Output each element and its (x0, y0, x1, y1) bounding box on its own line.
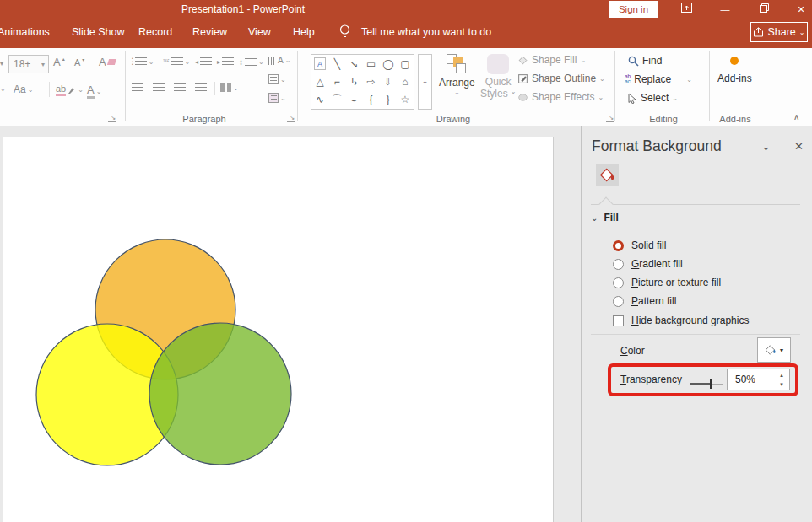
ribbon-tab-row: Animations Slide Show Record Review View… (0, 19, 812, 48)
shape-fill-button[interactable]: Shape Fill⌄ (517, 54, 586, 66)
hide-background-graphics-option[interactable]: Hide background graphics (613, 315, 749, 326)
gradient-fill-option[interactable]: Gradient fill (613, 258, 683, 270)
align-left-button[interactable] (132, 83, 143, 92)
shapes-more-button[interactable]: ⌄ (418, 54, 432, 110)
picture-or-texture-fill-option[interactable]: Picture or texture fill (613, 277, 721, 288)
shape-oval-icon[interactable]: ◯ (380, 55, 397, 73)
font-dialog-launcher[interactable]: ↘ (108, 114, 116, 122)
transparency-spin-down[interactable]: ▾ (780, 379, 783, 389)
radio[interactable] (613, 259, 624, 270)
decrease-indent-button[interactable]: ◂ (195, 57, 212, 66)
replace-button[interactable]: abac Replace ⌄ (625, 73, 692, 85)
arrange-button[interactable]: Arrange ⌄ (439, 54, 475, 96)
minimize-button[interactable]: — (717, 3, 733, 16)
shape-elbow-arrow-connector-icon[interactable]: ↳ (345, 73, 362, 90)
shape-text-box-icon[interactable]: A (314, 57, 326, 70)
shape-triangle-icon[interactable]: △ (311, 73, 328, 90)
shape-freeform-icon[interactable]: ⌂ (397, 73, 414, 90)
font-size-dropdown-arrow[interactable]: ▾ (41, 61, 48, 68)
tab-slide-show[interactable]: Slide Show (72, 26, 125, 38)
bullets-button[interactable]: ⌄ (132, 57, 154, 67)
tab-record[interactable]: Record (138, 26, 172, 38)
transparency-spin-up[interactable]: ▴ (780, 370, 783, 379)
shape-scribble-icon[interactable]: ∿ (311, 91, 328, 109)
sign-in-button[interactable]: Sign in (609, 1, 658, 18)
pane-close-button[interactable]: ✕ (794, 140, 804, 153)
transparency-slider[interactable] (690, 379, 723, 389)
fill-collapse-chevron[interactable]: ⌄ (591, 213, 598, 223)
radio[interactable] (613, 296, 624, 307)
green-circle-shape[interactable] (149, 323, 291, 465)
align-center-button[interactable] (153, 83, 165, 92)
share-icon (753, 27, 764, 37)
font-color-button[interactable]: A⌄ (87, 83, 101, 99)
close-button[interactable]: ✕ (793, 3, 809, 16)
find-button[interactable]: Find (628, 55, 662, 67)
shape-curve-icon[interactable]: ⌣ (345, 91, 362, 109)
paragraph-dialog-launcher[interactable]: ↘ (287, 114, 295, 122)
tab-review[interactable]: Review (192, 26, 227, 38)
text-direction-button[interactable]: A⌄ (268, 56, 290, 65)
increase-font-size-button[interactable]: A▴ (53, 56, 65, 68)
shape-rectangle-icon[interactable]: ▭ (362, 55, 379, 73)
shape-rounded-rectangle-icon[interactable]: ▢ (397, 55, 414, 73)
slide-canvas[interactable] (3, 137, 554, 522)
shape-arc-icon[interactable]: ⌒ (328, 91, 345, 109)
transparency-slider-thumb[interactable] (710, 379, 712, 389)
cut-control-dropdown[interactable]: ⌄ (0, 85, 6, 93)
decrease-font-size-button[interactable]: A▾ (74, 57, 84, 67)
restore-button[interactable] (756, 3, 771, 16)
align-right-button[interactable] (174, 83, 186, 92)
slider-track[interactable] (712, 384, 723, 385)
shape-star-icon[interactable]: ☆ (397, 91, 414, 109)
shape-arrow-icon[interactable]: ↘ (345, 55, 362, 73)
columns-button[interactable]: ⌄ (220, 83, 239, 92)
shape-left-brace-icon[interactable]: { (362, 91, 379, 109)
radio[interactable] (613, 277, 624, 288)
paint-bucket-icon (599, 167, 615, 183)
font-name-dropdown[interactable]: ▾ (0, 60, 3, 67)
tab-help[interactable]: Help (293, 26, 315, 38)
ribbon-display-options-icon[interactable] (679, 3, 694, 16)
transparency-input[interactable]: 50% ▴ ▾ (727, 369, 790, 390)
shape-down-arrow-icon[interactable]: ⇩ (380, 73, 397, 90)
convert-to-smartart-button[interactable]: ⌄ (268, 93, 286, 103)
radio-selected[interactable] (613, 240, 624, 251)
line-spacing-button[interactable]: ↕⌄ (239, 57, 264, 67)
shape-right-brace-icon[interactable]: } (380, 91, 397, 109)
tab-view[interactable]: View (248, 26, 271, 38)
checkbox[interactable] (613, 315, 624, 326)
solid-fill-option[interactable]: Solid fill (613, 239, 666, 251)
align-text-button[interactable]: ⌄ (268, 74, 286, 84)
drawing-dialog-launcher[interactable]: ↘ (606, 114, 614, 122)
add-ins-button[interactable]: Add-ins (717, 57, 752, 84)
text-highlight-color-button[interactable]: ab ⌄ (56, 83, 84, 96)
arrange-icon (447, 54, 467, 74)
quick-styles-button[interactable]: Quick Styles⌄ (480, 54, 516, 100)
collapse-ribbon-button[interactable]: ∧ (793, 112, 799, 121)
shape-outline-icon (517, 73, 528, 84)
select-button[interactable]: Select ⌄ (628, 92, 678, 104)
share-button[interactable]: Share ⌄ (750, 22, 808, 42)
pane-options-chevron[interactable]: ⌄ (761, 140, 771, 153)
tab-animations[interactable]: Animations (0, 26, 50, 38)
change-case-button[interactable]: Aa⌄ (14, 83, 33, 95)
fill-section-header[interactable]: ⌄ Fill (591, 212, 619, 223)
pattern-fill-option[interactable]: Pattern fill (613, 295, 676, 307)
color-dropdown-button[interactable]: ▾ (757, 337, 791, 363)
numbering-button[interactable]: ⌄ (163, 57, 190, 66)
justify-button[interactable] (195, 83, 207, 92)
transparency-label: Transparency (620, 374, 682, 385)
clear-formatting-button[interactable]: A (99, 56, 116, 68)
tell-me-box[interactable]: Tell me what you want to do (361, 26, 491, 38)
font-size-input[interactable]: 18+ ▾ (8, 55, 49, 73)
increase-indent-button[interactable]: ▸ (217, 57, 234, 66)
fill-tab[interactable] (596, 164, 619, 186)
shape-line-icon[interactable]: ╲ (328, 55, 345, 73)
add-ins-dot-icon (730, 57, 739, 65)
shape-outline-button[interactable]: Shape Outline⌄ (517, 73, 605, 84)
shape-right-arrow-icon[interactable]: ⇨ (362, 73, 379, 90)
slider-track[interactable] (690, 383, 712, 385)
shape-elbow-connector-icon[interactable]: ⌐ (328, 73, 345, 90)
shape-effects-button[interactable]: Shape Effects⌄ (517, 91, 604, 103)
